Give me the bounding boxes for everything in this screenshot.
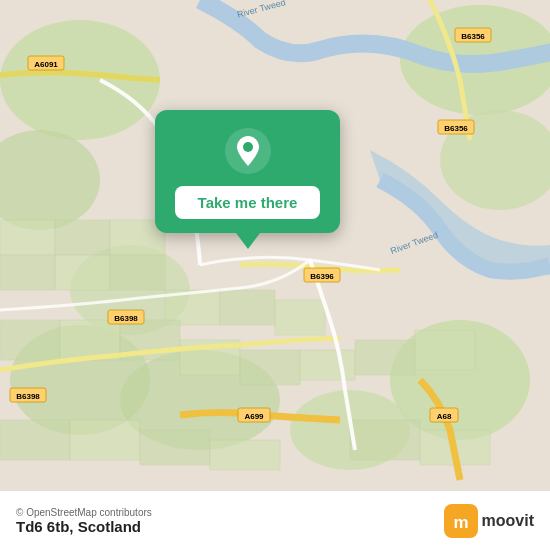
svg-rect-13 (0, 255, 55, 290)
svg-text:B6356: B6356 (444, 124, 468, 133)
location-pin-icon (225, 128, 271, 174)
map-container: River Tweed River Tweed A6091 B6356 B635… (0, 0, 550, 490)
svg-text:B6398: B6398 (114, 314, 138, 323)
location-name: Td6 6tb, Scotland (16, 518, 152, 535)
svg-rect-19 (0, 320, 60, 360)
svg-rect-26 (415, 330, 475, 370)
svg-text:m: m (453, 513, 468, 532)
svg-rect-30 (210, 440, 280, 470)
svg-rect-11 (55, 220, 110, 255)
svg-rect-25 (355, 340, 415, 375)
svg-text:A6091: A6091 (34, 60, 58, 69)
svg-rect-10 (0, 220, 55, 255)
moovit-logo[interactable]: m moovit (444, 504, 534, 538)
map-svg: River Tweed River Tweed A6091 B6356 B635… (0, 0, 550, 490)
attribution-text: © OpenStreetMap contributors (16, 507, 152, 518)
bottom-bar: © OpenStreetMap contributors Td6 6tb, Sc… (0, 490, 550, 550)
svg-rect-27 (0, 420, 70, 460)
svg-point-52 (243, 142, 253, 152)
svg-rect-18 (275, 300, 325, 335)
svg-text:B6356: B6356 (461, 32, 485, 41)
svg-rect-31 (350, 420, 420, 460)
svg-text:A68: A68 (437, 412, 452, 421)
svg-rect-28 (70, 420, 140, 460)
svg-rect-23 (240, 350, 300, 385)
moovit-icon: m (444, 504, 478, 538)
svg-text:A699: A699 (244, 412, 264, 421)
svg-text:B6398: B6398 (16, 392, 40, 401)
take-me-there-button[interactable]: Take me there (175, 186, 320, 219)
svg-rect-24 (300, 350, 355, 380)
svg-rect-17 (220, 290, 275, 325)
svg-text:B6396: B6396 (310, 272, 334, 281)
popup-card: Take me there (155, 110, 340, 233)
svg-rect-15 (110, 255, 165, 290)
svg-rect-29 (140, 430, 210, 465)
moovit-text: moovit (482, 512, 534, 530)
location-info: © OpenStreetMap contributors Td6 6tb, Sc… (16, 507, 152, 535)
svg-rect-14 (55, 255, 110, 290)
